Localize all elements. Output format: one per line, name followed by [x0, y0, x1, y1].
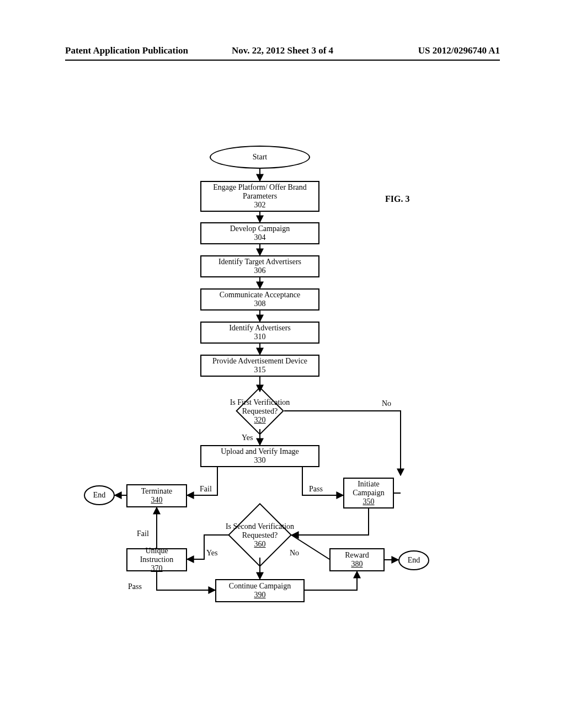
end-right: End — [398, 550, 429, 570]
node-315-text: Provide Advertisement Device — [212, 357, 307, 366]
node-380: Reward 380 — [329, 548, 385, 571]
node-370-num: 370 — [151, 564, 163, 573]
node-308-text: Communicate Acceptance — [220, 291, 301, 299]
end-left: End — [84, 485, 115, 505]
label-320-yes: Yes — [242, 433, 253, 442]
node-350: Initiate Campaign 350 — [343, 478, 394, 508]
node-350-num: 350 — [363, 497, 375, 506]
label-360-yes: Yes — [206, 549, 217, 558]
figure-label: FIG. 3 — [385, 194, 409, 204]
decision-320-num: 320 — [254, 416, 266, 425]
start-label: Start — [253, 153, 267, 162]
node-302: Engage Platform/ Offer Brand Parameters … — [200, 181, 319, 212]
decision-320-text: Is First Verification Requested? — [221, 398, 299, 416]
node-330: Upload and Verify Image 330 — [200, 445, 319, 467]
end-left-label: End — [93, 491, 106, 500]
node-306: Identify Target Advertisers 306 — [200, 255, 319, 277]
node-390-num: 390 — [254, 591, 266, 599]
start-terminator: Start — [210, 146, 310, 169]
label-360-no: No — [290, 549, 299, 558]
node-304-num: 304 — [254, 233, 266, 242]
node-380-num: 380 — [351, 560, 363, 569]
decision-360-text: Is Second Verification Requested? — [215, 522, 305, 540]
node-370-text: Unique Instruction — [130, 547, 184, 564]
header-right: US 2012/0296740 A1 — [418, 45, 500, 56]
node-310: Identify Advertisers 310 — [200, 322, 319, 344]
node-315: Provide Advertisement Device 315 — [200, 355, 319, 377]
node-306-text: Identify Target Advertisers — [218, 258, 301, 266]
header-mid: Nov. 22, 2012 Sheet 3 of 4 — [232, 45, 333, 56]
node-340-text: Terminate — [141, 487, 173, 496]
node-302-text: Engage Platform/ Offer Brand Parameters — [204, 183, 316, 201]
end-right-label: End — [408, 556, 420, 565]
node-310-text: Identify Advertisers — [229, 324, 291, 333]
decision-320-text-wrap: Is First Verification Requested? 320 — [221, 396, 299, 427]
node-380-text: Reward — [345, 551, 369, 560]
label-370-fail: Fail — [137, 529, 149, 538]
node-315-num: 315 — [254, 366, 266, 374]
decision-360-num: 360 — [254, 540, 266, 549]
node-390-text: Continue Campaign — [229, 582, 291, 591]
node-304: Develop Campaign 304 — [200, 222, 319, 244]
header-rule — [65, 60, 500, 61]
node-340-num: 340 — [151, 496, 163, 505]
label-370-pass: Pass — [128, 582, 142, 591]
label-320-no: No — [382, 399, 391, 408]
node-370: Unique Instruction 370 — [126, 548, 187, 571]
decision-360-text-wrap: Is Second Verification Requested? 360 — [215, 520, 305, 552]
page: Patent Application Publication Nov. 22, … — [0, 0, 565, 728]
node-350-text: Initiate Campaign — [347, 480, 391, 497]
label-330-pass: Pass — [309, 485, 323, 494]
header-left: Patent Application Publication — [65, 45, 188, 56]
node-308: Communicate Acceptance 308 — [200, 288, 319, 311]
node-302-num: 302 — [254, 201, 266, 210]
node-308-num: 308 — [254, 299, 266, 308]
node-340: Terminate 340 — [126, 484, 187, 507]
node-304-text: Develop Campaign — [230, 224, 290, 233]
node-306-num: 306 — [254, 266, 266, 275]
label-330-fail: Fail — [200, 485, 212, 494]
node-330-text: Upload and Verify Image — [221, 447, 299, 456]
node-330-num: 330 — [254, 456, 266, 465]
node-310-num: 310 — [254, 333, 266, 341]
node-390: Continue Campaign 390 — [215, 579, 305, 602]
